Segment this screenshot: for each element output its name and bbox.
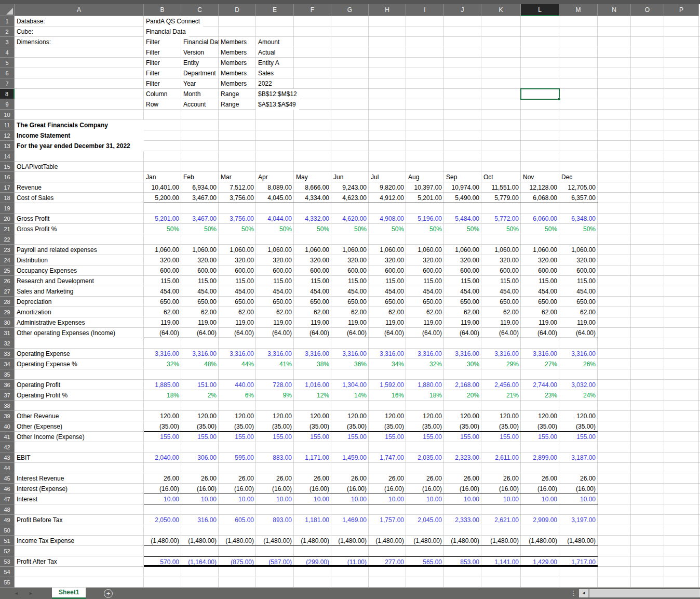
cell-K41[interactable]: 155.00 <box>481 432 521 442</box>
cell-C9[interactable]: Account <box>181 99 219 110</box>
cell-C34[interactable]: 48% <box>181 359 219 369</box>
cell-F28[interactable]: 650.00 <box>294 297 331 307</box>
cell-D45[interactable]: 26.00 <box>219 473 256 484</box>
cell-L28[interactable]: 650.00 <box>521 297 559 307</box>
cell-E25[interactable]: 600.00 <box>256 265 294 276</box>
cell-B16[interactable]: Jan <box>144 172 181 182</box>
cell-H16[interactable]: Jul <box>369 172 406 182</box>
cell-E28[interactable]: 650.00 <box>256 297 294 307</box>
row-header-2[interactable]: 2 <box>0 26 15 37</box>
cell-E9[interactable]: $A$13:$A$49 <box>256 99 299 110</box>
cell-B6[interactable]: Filter <box>144 68 181 78</box>
cell-H29[interactable]: 62.00 <box>369 307 406 317</box>
cell-J28[interactable]: 650.00 <box>444 297 481 307</box>
cell-M37[interactable]: 24% <box>559 390 598 401</box>
cell-G21[interactable]: 50% <box>331 224 369 234</box>
row-header-38[interactable]: 38 <box>0 401 15 411</box>
column-header-P[interactable]: P <box>664 4 699 16</box>
cell-J49[interactable]: 2,333.00 <box>444 515 481 525</box>
row-header-17[interactable]: 17 <box>0 182 15 193</box>
cell-I16[interactable]: Aug <box>406 172 444 182</box>
cell-D40[interactable]: (35.00) <box>219 421 256 432</box>
cell-H21[interactable]: 50% <box>369 224 406 234</box>
cell-G31[interactable]: (64.00) <box>331 328 369 338</box>
cell-C46[interactable]: (16.00) <box>181 484 219 494</box>
cell-C3[interactable]: Financial Data <box>181 37 219 47</box>
cell-I33[interactable]: 3,316.00 <box>406 349 444 359</box>
cell-C16[interactable]: Feb <box>181 172 219 182</box>
cell-H46[interactable]: (16.00) <box>369 484 406 494</box>
cell-B51[interactable]: (1,480.00) <box>144 536 181 546</box>
cell-B41[interactable]: 155.00 <box>144 432 181 442</box>
cell-L36[interactable]: 2,744.00 <box>521 380 559 390</box>
cell-H34[interactable]: 34% <box>369 359 406 369</box>
row-header-43[interactable]: 43 <box>0 452 15 463</box>
row-header-9[interactable]: 9 <box>0 99 15 110</box>
row-header-5[interactable]: 5 <box>0 58 15 68</box>
cell-D31[interactable]: (64.00) <box>219 328 256 338</box>
cell-K40[interactable]: (35.00) <box>481 421 521 432</box>
cell-D24[interactable]: 320.00 <box>219 255 256 265</box>
cell-C21[interactable]: 50% <box>181 224 219 234</box>
cell-L24[interactable]: 320.00 <box>521 255 559 265</box>
cell-I23[interactable]: 1,060.00 <box>406 245 444 255</box>
cell-A3[interactable]: Dimensions: <box>15 37 144 47</box>
cell-E24[interactable]: 320.00 <box>256 255 294 265</box>
cell-D49[interactable]: 605.00 <box>219 515 256 525</box>
cell-I28[interactable]: 650.00 <box>406 297 444 307</box>
cell-J40[interactable]: (35.00) <box>444 421 481 432</box>
cell-A27[interactable]: Sales and Marketing <box>15 286 144 297</box>
cell-E8[interactable]: $B$12:$M$12 <box>256 89 300 99</box>
cell-C40[interactable]: (35.00) <box>181 421 219 432</box>
cell-G20[interactable]: 4,620.00 <box>331 214 369 224</box>
cell-C26[interactable]: 115.00 <box>181 276 219 286</box>
cell-E31[interactable]: (64.00) <box>256 328 294 338</box>
cell-C36[interactable]: 151.00 <box>181 380 219 390</box>
row-header-47[interactable]: 47 <box>0 494 15 504</box>
cell-L51[interactable]: (1,480.00) <box>521 536 559 546</box>
cell-J53[interactable]: 853.00 <box>444 556 481 567</box>
cell-I20[interactable]: 5,196.00 <box>406 214 444 224</box>
cell-F43[interactable]: 1,171.00 <box>294 452 331 463</box>
cell-I46[interactable]: (16.00) <box>406 484 444 494</box>
cell-E27[interactable]: 454.00 <box>256 286 294 297</box>
cell-B17[interactable]: 10,401.00 <box>144 182 181 193</box>
cell-H20[interactable]: 4,908.00 <box>369 214 406 224</box>
cell-I34[interactable]: 32% <box>406 359 444 369</box>
cell-G30[interactable]: 119.00 <box>331 317 369 328</box>
cell-F25[interactable]: 600.00 <box>294 265 331 276</box>
cell-J21[interactable]: 50% <box>444 224 481 234</box>
cell-M39[interactable]: 120.00 <box>559 411 598 421</box>
cell-B28[interactable]: 650.00 <box>144 297 181 307</box>
cell-I25[interactable]: 600.00 <box>406 265 444 276</box>
cell-L21[interactable]: 50% <box>521 224 559 234</box>
row-header-4[interactable]: 4 <box>0 47 15 58</box>
cell-A30[interactable]: Administrative Expenses <box>15 317 144 328</box>
cell-B29[interactable]: 62.00 <box>144 307 181 317</box>
cell-F20[interactable]: 4,332.00 <box>294 214 331 224</box>
column-header-L[interactable]: L <box>521 4 559 16</box>
cell-B4[interactable]: Filter <box>144 47 181 58</box>
cell-L53[interactable]: 1,429.00 <box>521 556 559 567</box>
cell-I26[interactable]: 115.00 <box>406 276 444 286</box>
cell-E30[interactable]: 119.00 <box>256 317 294 328</box>
cell-L46[interactable]: (16.00) <box>521 484 559 494</box>
cell-B34[interactable]: 32% <box>144 359 181 369</box>
cell-D27[interactable]: 454.00 <box>219 286 256 297</box>
cell-F34[interactable]: 38% <box>294 359 331 369</box>
cell-C39[interactable]: 120.00 <box>181 411 219 421</box>
cell-K34[interactable]: 29% <box>481 359 521 369</box>
cell-D4[interactable]: Members <box>219 47 256 58</box>
cell-H43[interactable]: 1,747.00 <box>369 452 406 463</box>
cell-G23[interactable]: 1,060.00 <box>331 245 369 255</box>
cell-A23[interactable]: Payroll and related expenses <box>15 245 144 255</box>
cell-B31[interactable]: (64.00) <box>144 328 181 338</box>
cell-E17[interactable]: 8,089.00 <box>256 182 294 193</box>
cell-J36[interactable]: 2,168.00 <box>444 380 481 390</box>
column-header-E[interactable]: E <box>256 4 294 16</box>
cell-J31[interactable]: (64.00) <box>444 328 481 338</box>
cell-F37[interactable]: 12% <box>294 390 331 401</box>
tab-sheet1[interactable]: Sheet1 <box>52 588 86 599</box>
cell-G49[interactable]: 1,469.00 <box>331 515 369 525</box>
row-header-55[interactable]: 55 <box>0 577 15 588</box>
